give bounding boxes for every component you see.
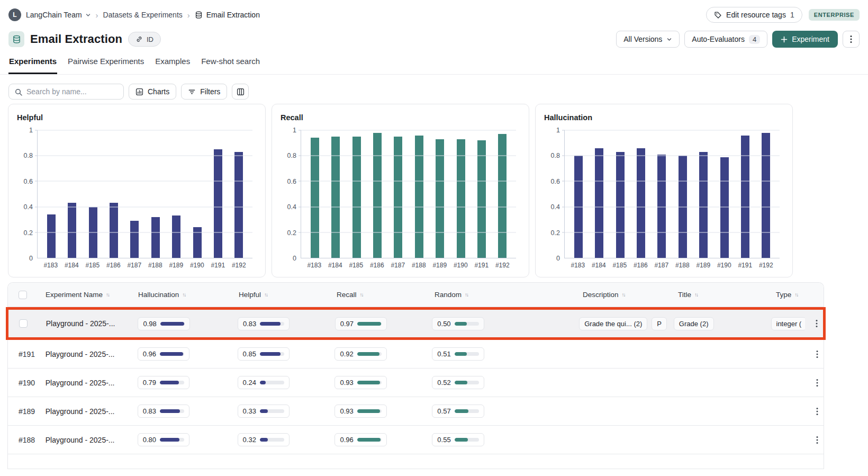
- bar-recall-188[interactable]: [415, 136, 423, 258]
- bar-helpful-184[interactable]: [68, 203, 76, 258]
- bar-helpful-183[interactable]: [47, 214, 56, 258]
- table-row[interactable]: #188Playground - 2025-...0.800.320.960.5…: [8, 426, 824, 454]
- search-input[interactable]: [9, 84, 123, 99]
- experiments-table: Experiment Name↑↓ Hallucination↑↓ Helpfu…: [7, 282, 824, 469]
- edit-resource-tags-button[interactable]: Edit resource tags 1: [706, 7, 802, 23]
- table-row-highlighted[interactable]: Playground - 2025-...0.980.830.970.50Gra…: [6, 307, 826, 340]
- bar-helpful-186[interactable]: [110, 203, 118, 258]
- kebab-menu-icon: [816, 350, 818, 358]
- recall-chip: 0.92: [334, 347, 386, 361]
- row-kebab-menu-button[interactable]: [811, 405, 824, 418]
- sort-icon: ↑↓: [622, 292, 625, 298]
- bar-helpful-192[interactable]: [234, 152, 243, 258]
- bar-helpful-188[interactable]: [151, 217, 160, 258]
- page-title: Email Extraction: [30, 32, 122, 46]
- description-chip: Grade the qui... (2): [579, 317, 647, 330]
- row-kebab-menu-button[interactable]: [811, 348, 824, 361]
- experiment-name[interactable]: Playground - 2025-...: [46, 350, 115, 358]
- y-axis: 00.20.40.60.81: [544, 130, 564, 258]
- kebab-menu-icon: [816, 319, 818, 328]
- header-kebab-menu-button[interactable]: [843, 31, 860, 48]
- bar-hallucination-184[interactable]: [595, 148, 603, 258]
- columns-icon: [237, 88, 245, 96]
- tab-pairwise-experiments[interactable]: Pairwise Experiments: [67, 57, 144, 74]
- bar-recall-191[interactable]: [477, 140, 486, 258]
- x-tick-label: #186: [630, 262, 652, 269]
- bar-recall-187[interactable]: [394, 137, 402, 258]
- bar-hallucination-191[interactable]: [741, 136, 749, 258]
- filters-button[interactable]: Filters: [181, 84, 227, 100]
- tab-few-shot-search[interactable]: Few-shot search: [201, 57, 260, 74]
- copy-id-button[interactable]: ID: [128, 32, 161, 47]
- column-header-helpful[interactable]: Helpful↑↓: [233, 291, 331, 299]
- breadcrumb: L LangChain Team › Datasets & Experiment…: [8, 8, 260, 21]
- table-row[interactable]: #190Playground - 2025-...0.790.240.930.5…: [8, 369, 824, 397]
- bar-recall-190[interactable]: [457, 139, 465, 258]
- x-tick-label: #188: [409, 262, 430, 269]
- row-checkbox[interactable]: [19, 319, 28, 328]
- y-tick-label: 0.4: [551, 203, 560, 211]
- bar-hallucination-189[interactable]: [699, 152, 708, 258]
- column-header-random[interactable]: Random↑↓: [429, 291, 577, 299]
- all-versions-dropdown[interactable]: All Versions: [616, 31, 680, 48]
- table-row[interactable]: #191Playground - 2025-...0.960.850.920.5…: [8, 340, 824, 369]
- team-switcher[interactable]: LangChain Team: [26, 11, 91, 19]
- x-tick-label: #186: [103, 262, 124, 269]
- table-header-row: Experiment Name↑↓ Hallucination↑↓ Helpfu…: [8, 283, 824, 307]
- breadcrumb-datasets-link[interactable]: Datasets & Experiments: [103, 11, 183, 19]
- hallucination-chip: 0.98: [138, 317, 189, 330]
- x-tick-label: #184: [589, 262, 610, 269]
- bar-hallucination-192[interactable]: [762, 133, 770, 258]
- y-axis: 00.20.40.60.81: [17, 130, 37, 258]
- experiment-name[interactable]: Playground - 2025-...: [46, 379, 115, 387]
- bar-helpful-187[interactable]: [130, 221, 139, 258]
- plot-area: [564, 130, 780, 258]
- column-header-description[interactable]: Description↑↓: [577, 291, 673, 299]
- bar-recall-184[interactable]: [331, 137, 340, 258]
- x-tick-label: #186: [367, 262, 388, 269]
- bar-recall-185[interactable]: [352, 137, 361, 258]
- new-experiment-label: Experiment: [792, 35, 829, 43]
- chart-card-hallucination: Hallucination 00.20.40.60.81 #183#184#18…: [535, 104, 793, 277]
- bar-recall-186[interactable]: [373, 133, 382, 258]
- column-header-type[interactable]: Type↑↓: [771, 291, 810, 299]
- chart-title: Helpful: [17, 113, 257, 122]
- bar-helpful-189[interactable]: [172, 215, 180, 258]
- new-experiment-button[interactable]: Experiment: [772, 31, 838, 48]
- bar-hallucination-190[interactable]: [720, 157, 729, 258]
- select-all-checkbox[interactable]: [19, 291, 27, 299]
- row-kebab-menu-button[interactable]: [810, 317, 823, 330]
- tab-experiments[interactable]: Experiments: [8, 57, 57, 74]
- y-tick-label: 0: [29, 255, 33, 262]
- auto-evaluators-button[interactable]: Auto-Evaluators 4: [684, 31, 767, 48]
- x-tick-label: #184: [61, 262, 83, 269]
- workspace-avatar[interactable]: L: [8, 8, 21, 21]
- bar-helpful-191[interactable]: [214, 149, 222, 258]
- experiment-name[interactable]: Playground - 2025-...: [46, 407, 115, 416]
- x-tick-label: #191: [735, 262, 756, 269]
- column-header-recall[interactable]: Recall↑↓: [331, 291, 429, 299]
- experiment-name[interactable]: Playground - 2025-...: [46, 436, 115, 444]
- sort-icon: ↑↓: [794, 292, 798, 298]
- x-axis: #183#184#185#186#187#188#189#190#191#192: [301, 262, 516, 269]
- row-kebab-menu-button[interactable]: [811, 376, 824, 389]
- column-header-experiment-name[interactable]: Experiment Name↑↓: [39, 291, 133, 299]
- bar-recall-192[interactable]: [498, 134, 507, 258]
- tab-examples[interactable]: Examples: [155, 57, 191, 74]
- column-header-hallucination[interactable]: Hallucination↑↓: [133, 291, 233, 299]
- table-body: Playground - 2025-...0.980.830.970.50Gra…: [8, 307, 824, 454]
- auto-evaluators-label: Auto-Evaluators: [692, 35, 745, 43]
- column-header-title[interactable]: Title↑↓: [673, 291, 771, 299]
- charts-button[interactable]: Charts: [129, 84, 176, 100]
- bar-recall-189[interactable]: [436, 139, 444, 258]
- chart-card-helpful: Helpful 00.20.40.60.81 #183#184#185#186#…: [8, 104, 266, 277]
- plot-area: [301, 130, 516, 258]
- columns-button[interactable]: [232, 84, 249, 100]
- bar-hallucination-186[interactable]: [637, 148, 645, 258]
- row-kebab-menu-button[interactable]: [811, 434, 824, 446]
- experiment-name[interactable]: Playground - 2025-...: [46, 319, 115, 328]
- bar-hallucination-185[interactable]: [616, 152, 625, 258]
- table-row[interactable]: #189Playground - 2025-...0.830.330.930.5…: [8, 397, 824, 426]
- hallucination-chip: 0.96: [138, 347, 189, 361]
- x-axis: #183#184#185#186#187#188#189#190#191#192: [564, 262, 780, 269]
